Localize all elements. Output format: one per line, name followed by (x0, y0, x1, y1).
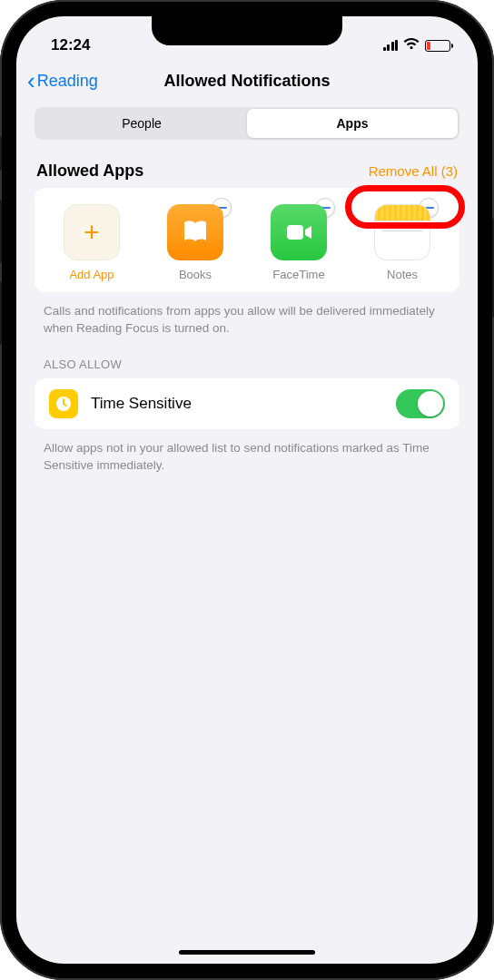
status-time: 12:24 (51, 36, 90, 54)
notch (152, 16, 342, 45)
section-title: Allowed Apps (36, 162, 143, 181)
also-allow-header: ALSO ALLOW (16, 358, 478, 378)
allowed-apps-card: + Add App Books FaceTime (35, 188, 459, 292)
notes-icon (374, 204, 430, 260)
plus-icon: + (64, 204, 120, 260)
also-allow-footer: Allow apps not in your allowed list to s… (16, 429, 478, 495)
allowed-apps-header: Allowed Apps Remove All (3) (16, 152, 478, 188)
app-facetime[interactable]: FaceTime (253, 204, 344, 281)
nav-bar: ‹ Reading Allowed Notifications (16, 62, 478, 102)
phone-frame: 12:24 ‹ Reading Allowed Notifications Pe… (0, 0, 494, 980)
cellular-signal-icon (383, 40, 399, 51)
back-button[interactable]: ‹ Reading (27, 69, 98, 93)
home-indicator[interactable] (179, 950, 315, 955)
app-label: FaceTime (272, 268, 324, 281)
tab-apps[interactable]: Apps (247, 109, 458, 138)
app-label: Notes (387, 268, 418, 281)
time-sensitive-label: Time Sensitive (91, 395, 383, 413)
svg-rect-0 (287, 225, 303, 240)
wifi-icon (403, 36, 420, 54)
tab-people[interactable]: People (36, 109, 247, 138)
segmented-control[interactable]: People Apps (35, 107, 459, 140)
add-app-label: Add App (69, 268, 114, 281)
time-sensitive-row: Time Sensitive (35, 378, 459, 429)
app-notes[interactable]: Notes (357, 204, 448, 281)
back-label: Reading (37, 72, 98, 91)
screen: 12:24 ‹ Reading Allowed Notifications Pe… (16, 16, 478, 964)
facetime-icon (271, 204, 327, 260)
volume-up-button[interactable] (0, 200, 2, 263)
app-label: Books (179, 268, 212, 281)
clock-icon (49, 389, 78, 418)
remove-all-button[interactable]: Remove All (3) (369, 163, 458, 179)
silence-switch[interactable] (0, 136, 2, 171)
battery-icon (425, 40, 450, 52)
time-sensitive-toggle[interactable] (396, 389, 445, 418)
app-books[interactable]: Books (150, 204, 241, 281)
chevron-left-icon: ‹ (27, 69, 35, 93)
books-icon (167, 204, 223, 260)
volume-down-button[interactable] (0, 281, 2, 345)
add-app-button[interactable]: + Add App (46, 204, 137, 281)
allowed-apps-footer: Calls and notifications from apps you al… (16, 292, 478, 358)
